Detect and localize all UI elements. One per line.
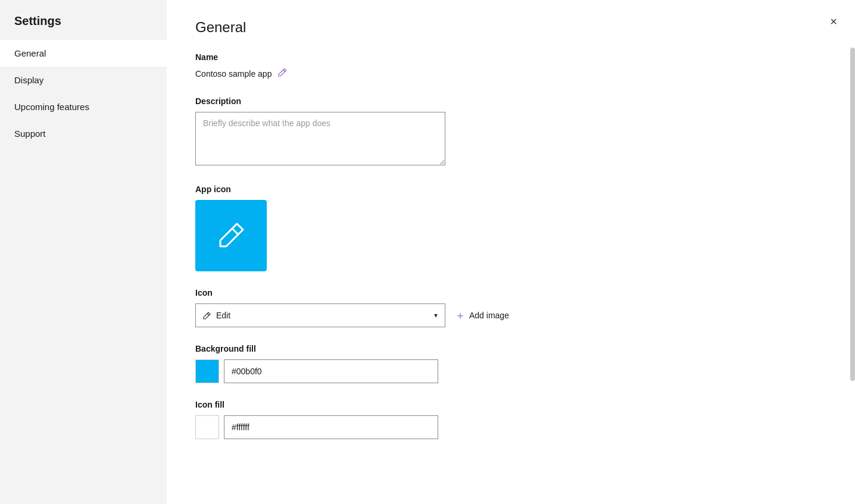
scrollbar-track <box>850 0 855 504</box>
background-color-input[interactable] <box>224 359 438 383</box>
sidebar-item-general[interactable]: General <box>0 40 167 67</box>
sidebar-item-display[interactable]: Display <box>0 67 167 93</box>
main-content: × General Name Contoso sample app Descri… <box>167 0 855 504</box>
sidebar: Settings General Display Upcoming featur… <box>0 0 167 504</box>
close-button[interactable]: × <box>824 12 843 31</box>
icon-fill-section: Icon fill <box>195 400 826 439</box>
icon-row: Edit ▾ ＋ Add image <box>195 303 826 327</box>
icon-fill-label: Icon fill <box>195 400 826 409</box>
icon-label: Icon <box>195 288 826 298</box>
background-fill-section: Background fill <box>195 344 826 383</box>
icon-select-content: Edit <box>203 311 230 320</box>
name-edit-icon[interactable] <box>277 68 287 80</box>
description-label: Description <box>195 96 826 106</box>
app-icon-section: App icon <box>195 184 826 271</box>
icon-color-swatch[interactable] <box>195 415 219 439</box>
sidebar-item-upcoming[interactable]: Upcoming features <box>0 93 167 120</box>
name-label: Name <box>195 52 826 62</box>
icon-dropdown[interactable]: Edit ▾ <box>195 303 445 327</box>
add-image-button[interactable]: ＋ Add image <box>455 308 509 323</box>
background-fill-label: Background fill <box>195 344 826 353</box>
app-icon-label: App icon <box>195 184 826 194</box>
page-title: General <box>195 19 826 36</box>
name-row: Contoso sample app <box>195 68 826 80</box>
icon-color-input[interactable] <box>224 415 438 439</box>
sidebar-nav: General Display Upcoming features Suppor… <box>0 40 167 147</box>
settings-title: Settings <box>0 0 167 40</box>
icon-fill-row <box>195 415 826 439</box>
icon-selected-label: Edit <box>216 311 230 320</box>
background-fill-row <box>195 359 826 383</box>
app-icon-preview[interactable] <box>195 200 267 271</box>
scrollbar-thumb[interactable] <box>850 48 855 381</box>
add-image-label: Add image <box>469 311 509 320</box>
pencil-icon <box>214 219 248 252</box>
background-color-swatch[interactable] <box>195 359 219 383</box>
edit-icon-small <box>203 311 211 320</box>
icon-section: Icon Edit ▾ ＋ Add image <box>195 288 826 327</box>
plus-icon: ＋ <box>455 308 466 323</box>
description-textarea[interactable] <box>195 112 445 165</box>
description-section: Description <box>195 96 826 168</box>
sidebar-item-support[interactable]: Support <box>0 120 167 147</box>
name-section: Name Contoso sample app <box>195 52 826 80</box>
app-name-value: Contoso sample app <box>195 69 272 79</box>
chevron-down-icon: ▾ <box>434 311 438 320</box>
